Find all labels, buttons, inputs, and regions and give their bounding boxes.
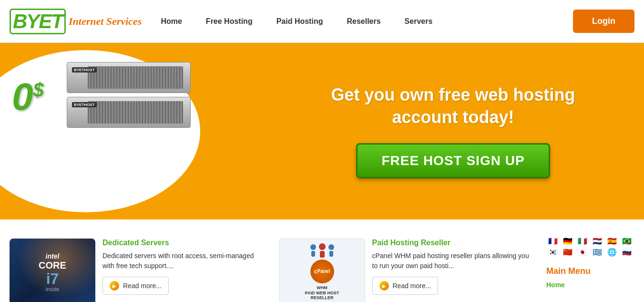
server-badge-1: BYETHOST	[72, 67, 97, 73]
nav-free-hosting[interactable]: Free Hosting	[206, 17, 253, 26]
read-more-label-2: Read more...	[393, 282, 431, 290]
flag-fr[interactable]: 🇫🇷	[546, 236, 560, 246]
sidebar: 🇫🇷 🇩🇪 🇮🇹 🇳🇱 🇪🇸 🇧🇷 🇰🇷 🇨🇳 🇯🇵 🇬🇷 🌐 🇷🇺 Main …	[539, 229, 634, 302]
intel-inside-label: inside	[46, 286, 60, 292]
read-more-label-1: Read more...	[123, 282, 162, 290]
main-nav: Home Free Hosting Paid Hosting Resellers…	[161, 17, 573, 26]
content-area: intel CORE i7 inside Dedicated Servers D…	[0, 219, 644, 302]
flag-cn[interactable]: 🇨🇳	[561, 247, 574, 257]
flag-kr[interactable]: 🇰🇷	[546, 247, 560, 257]
logo-tagline: Internet Services	[69, 15, 142, 28]
nav-paid-hosting[interactable]: Paid Hosting	[276, 17, 323, 26]
banner-left: 0$ BYETHOST BYETHOST	[0, 43, 262, 219]
card-dedicated-servers: intel CORE i7 inside Dedicated Servers D…	[0, 229, 270, 302]
header: BYET Internet Services Home Free Hosting…	[0, 0, 644, 43]
sidebar-menu-home[interactable]: Home	[546, 281, 627, 289]
intel-core-label: CORE	[39, 260, 66, 271]
cpanel-label: WHMPAID WEB HOSTRESELLER	[305, 285, 339, 301]
intel-i7-label: i7	[46, 271, 59, 286]
server-unit-2: BYETHOST	[67, 97, 191, 128]
server-container: 0$ BYETHOST BYETHOST	[10, 62, 191, 132]
card-title-1: Dedicated Servers	[102, 239, 260, 247]
banner: 0$ BYETHOST BYETHOST Get you own free we…	[0, 43, 644, 219]
read-more-button-1[interactable]: ▶ Read more...	[102, 277, 169, 295]
flag-br[interactable]: 🇧🇷	[620, 236, 634, 246]
card-paid-reseller: cPanel WHMPAID WEB HOSTRESELLER Paid Hos…	[270, 229, 540, 302]
content-main: intel CORE i7 inside Dedicated Servers D…	[0, 229, 539, 302]
main-menu-title: Main Menu	[546, 266, 627, 276]
server-unit-1: BYETHOST	[67, 62, 191, 93]
flags-grid: 🇫🇷 🇩🇪 🇮🇹 🇳🇱 🇪🇸 🇧🇷 🇰🇷 🇨🇳 🇯🇵 🇬🇷 🌐 🇷🇺	[546, 236, 627, 257]
flag-nl[interactable]: 🇳🇱	[591, 236, 604, 246]
nav-servers[interactable]: Servers	[405, 17, 433, 26]
logo-area: BYET Internet Services	[10, 9, 142, 34]
play-icon-2: ▶	[379, 281, 389, 291]
flag-es[interactable]: 🇪🇸	[605, 236, 619, 246]
login-button[interactable]: Login	[573, 10, 634, 33]
flag-de[interactable]: 🇩🇪	[561, 236, 574, 246]
card-body-2: Paid Hosting Reseller cPanel WHM paid ho…	[372, 239, 530, 295]
intel-chip-image: intel CORE i7 inside	[10, 239, 95, 302]
card-desc-2: cPanel WHM paid hosting reseller plans a…	[372, 251, 530, 271]
cpanel-logo: cPanel	[310, 260, 334, 283]
play-icon-1: ▶	[110, 281, 119, 291]
signup-button[interactable]: FREE HOST SIGN UP	[356, 143, 550, 178]
flag-gr[interactable]: 🇬🇷	[591, 247, 604, 257]
cpanel-image: cPanel WHMPAID WEB HOSTRESELLER	[279, 239, 365, 302]
intel-brand: intel	[46, 252, 60, 260]
read-more-button-2[interactable]: ▶ Read more...	[372, 277, 439, 295]
server-badge-2: BYETHOST	[72, 102, 97, 107]
card-title-2: Paid Hosting Reseller	[372, 239, 530, 247]
banner-text: Get you own free web hosting account tod…	[331, 84, 575, 129]
banner-right: Get you own free web hosting account tod…	[262, 84, 644, 178]
nav-home[interactable]: Home	[161, 17, 182, 26]
card-body-1: Dedicated Servers Dedicated servers with…	[102, 239, 260, 295]
logo-byet: BYET	[10, 9, 66, 34]
price-symbol: $	[33, 79, 44, 100]
flag-jp[interactable]: 🇯🇵	[576, 247, 589, 257]
nav-resellers[interactable]: Resellers	[347, 17, 380, 26]
flag-intl[interactable]: 🌐	[605, 247, 619, 257]
flag-it[interactable]: 🇮🇹	[576, 236, 589, 246]
price-badge: 0$	[12, 78, 44, 116]
flag-ru[interactable]: 🇷🇺	[620, 247, 634, 257]
card-desc-1: Dedicated servers with root access, semi…	[102, 251, 260, 271]
